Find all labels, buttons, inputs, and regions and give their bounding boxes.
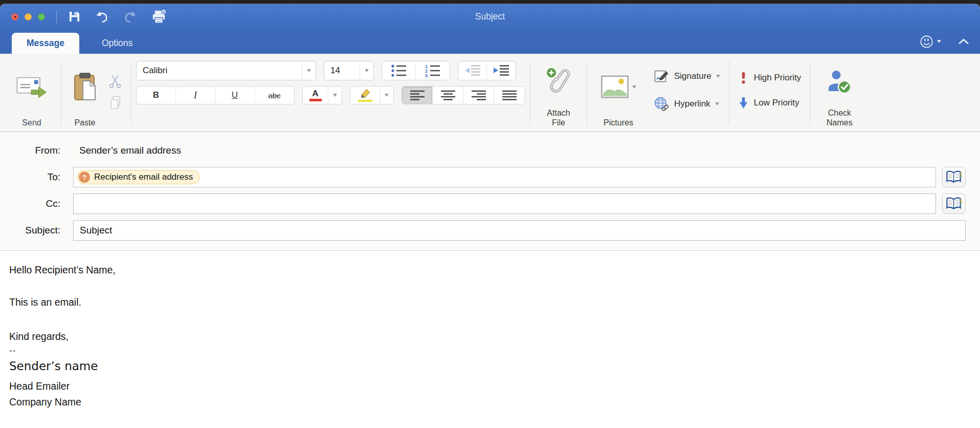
paste-icon	[73, 73, 97, 101]
body-closing: Kind regards,	[9, 331, 970, 343]
align-right-button[interactable]	[463, 87, 494, 104]
highlight-split-button	[350, 86, 394, 104]
align-right-icon	[471, 90, 486, 101]
numbering-icon: 1 2 3	[425, 64, 441, 77]
cut-button[interactable]	[108, 74, 122, 89]
address-book-icon	[946, 197, 962, 211]
font-color-button[interactable]: A	[303, 87, 328, 104]
address-book-icon	[946, 170, 962, 184]
to-label: To:	[0, 172, 67, 183]
collapse-ribbon-button[interactable]	[959, 38, 969, 45]
recipient-chip-label: Recipient's email address	[94, 172, 193, 182]
copy-button[interactable]	[109, 96, 121, 110]
hyperlink-dropdown-caret	[715, 102, 719, 105]
collapse-ribbon-icon	[959, 38, 969, 45]
smiley-icon	[920, 35, 933, 49]
send-button[interactable]: Send	[7, 57, 56, 132]
high-priority-icon	[740, 71, 747, 84]
highlight-dropdown[interactable]	[380, 87, 393, 104]
highlight-icon	[358, 89, 372, 102]
tab-options[interactable]: Options	[102, 38, 132, 54]
from-value[interactable]: Sender’s email address	[67, 140, 181, 161]
body-greeting: Hello Recipient’s Name,	[9, 264, 970, 276]
highlight-button[interactable]	[350, 87, 380, 104]
feedback-smiley-button[interactable]	[920, 35, 941, 49]
font-family-dropdown[interactable]	[302, 61, 316, 80]
align-left-button[interactable]	[402, 87, 433, 104]
tab-message[interactable]: Message	[12, 33, 79, 54]
underline-button[interactable]: U	[215, 87, 255, 104]
check-names-button[interactable]: Check Names	[815, 57, 864, 132]
cut-icon	[108, 74, 122, 89]
italic-button[interactable]: I	[176, 87, 215, 104]
chevron-down-icon	[307, 69, 311, 72]
hyperlink-icon	[654, 96, 670, 112]
font-color-split-button: A	[302, 86, 342, 104]
group-divider	[587, 61, 587, 124]
high-priority-label: High Priority	[754, 73, 801, 83]
title-bar: Subject	[0, 4, 980, 29]
indent-icon	[493, 64, 509, 77]
insert-group: Signature Hyperlink	[650, 57, 724, 132]
numbering-button[interactable]: 1 2 3	[416, 61, 450, 80]
send-label: Send	[22, 118, 41, 128]
high-priority-button[interactable]: High Priority	[738, 71, 801, 84]
cc-address-book-button[interactable]	[942, 194, 966, 214]
paste-label: Paste	[75, 118, 96, 128]
clipboard-group: Paste	[66, 57, 126, 132]
ribbon-tab-row: Message Options	[0, 29, 980, 54]
tabrow-right-controls	[920, 29, 969, 54]
subject-input[interactable]	[73, 220, 966, 241]
font-size-select[interactable]: 14	[324, 61, 374, 80]
cc-row: Cc:	[0, 194, 980, 214]
cc-label: Cc:	[0, 198, 67, 209]
group-divider	[729, 61, 729, 124]
attach-file-button[interactable]: Attach File	[535, 57, 582, 132]
decrease-indent-button[interactable]	[458, 61, 487, 80]
signature-name: Sender’s name	[9, 359, 970, 373]
align-justify-button[interactable]	[494, 87, 525, 104]
paste-button[interactable]: Paste	[66, 57, 104, 132]
copy-icon	[109, 96, 121, 110]
signature-divider: --	[9, 346, 970, 356]
bullets-icon	[391, 64, 407, 77]
attach-file-label: Attach File	[547, 109, 570, 128]
hyperlink-button[interactable]: Hyperlink	[654, 96, 720, 112]
to-field[interactable]: ? Recipient's email address	[73, 167, 936, 187]
message-body-editor[interactable]: Hello Recipient’s Name, This is an email…	[0, 251, 980, 428]
pictures-dropdown-caret[interactable]	[632, 85, 636, 89]
chevron-down-icon	[385, 94, 389, 97]
low-priority-button[interactable]: Low Priority	[738, 97, 801, 110]
check-names-label: Check Names	[827, 109, 853, 128]
to-row: To: ? Recipient's email address	[0, 167, 980, 187]
font-size-dropdown[interactable]	[360, 61, 373, 80]
low-priority-icon	[739, 97, 748, 110]
signature-title: Head Emailer	[9, 380, 970, 392]
message-header-fields: From: Sender’s email address To: ? Recip…	[0, 132, 980, 251]
align-center-button[interactable]	[433, 87, 463, 104]
cc-field[interactable]	[73, 194, 936, 214]
check-names-icon	[827, 69, 852, 95]
cut-copy-column	[104, 57, 126, 132]
smiley-dropdown-caret	[937, 40, 941, 43]
chevron-down-icon	[333, 94, 337, 97]
pictures-button[interactable]: Pictures	[592, 57, 645, 132]
to-address-book-button[interactable]	[942, 167, 966, 187]
signature-company: Company Name	[9, 396, 970, 408]
from-label: From:	[0, 145, 67, 156]
low-priority-label: Low Priority	[754, 98, 799, 108]
increase-indent-button[interactable]	[487, 61, 516, 80]
font-group: Calibri 14	[136, 57, 525, 132]
font-color-dropdown[interactable]	[328, 87, 342, 104]
bold-button[interactable]: B	[137, 87, 176, 104]
body-message: This is an email.	[9, 296, 970, 308]
ribbon: Send Paste	[0, 54, 980, 132]
signature-button[interactable]: Signature	[654, 69, 720, 84]
recipient-chip[interactable]: ? Recipient's email address	[77, 170, 200, 184]
bullets-button[interactable]	[382, 61, 416, 80]
strikethrough-button[interactable]: abc	[255, 87, 294, 104]
signature-label: Signature	[674, 71, 711, 81]
font-family-value: Calibri	[137, 66, 302, 76]
font-family-select[interactable]: Calibri	[136, 61, 316, 80]
hyperlink-label: Hyperlink	[674, 99, 710, 109]
